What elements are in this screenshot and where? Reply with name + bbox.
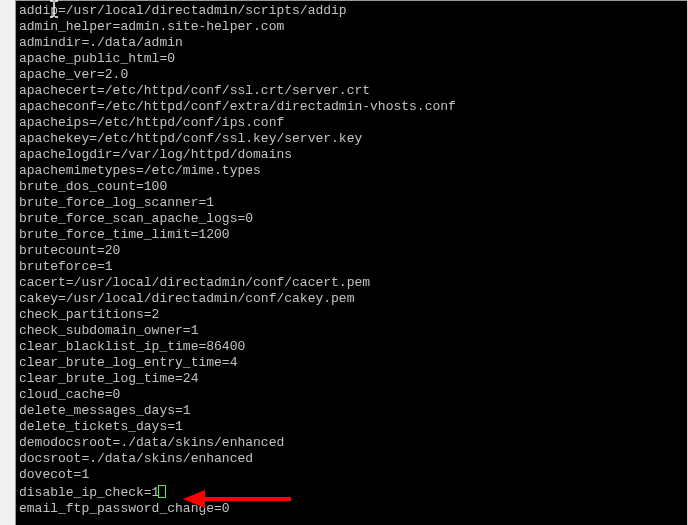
terminal-line: cakey=/usr/local/directadmin/conf/cakey.… (19, 291, 687, 307)
terminal-line: apachekey=/etc/httpd/conf/ssl.key/server… (19, 131, 687, 147)
terminal-output: addip=/usr/local/directadmin/scripts/add… (19, 3, 687, 517)
terminal-line: brutecount=20 (19, 243, 687, 259)
terminal-line: brute_force_scan_apache_logs=0 (19, 211, 687, 227)
terminal-line: delete_tickets_days=1 (19, 419, 687, 435)
terminal-line: brute_force_log_scanner=1 (19, 195, 687, 211)
terminal-line: dovecot=1 (19, 467, 687, 483)
terminal-line: demodocsroot=./data/skins/enhanced (19, 435, 687, 451)
terminal-line: apacheips=/etc/httpd/conf/ips.conf (19, 115, 687, 131)
terminal-line: email_ftp_password_change=0 (19, 501, 687, 517)
terminal-line: bruteforce=1 (19, 259, 687, 275)
terminal-line: apachecert=/etc/httpd/conf/ssl.crt/serve… (19, 83, 687, 99)
terminal-line: apachelogdir=/var/log/httpd/domains (19, 147, 687, 163)
terminal-line: delete_messages_days=1 (19, 403, 687, 419)
terminal-line: brute_dos_count=100 (19, 179, 687, 195)
terminal-line: clear_brute_log_time=24 (19, 371, 687, 387)
terminal-line: disable_ip_check=1 (19, 483, 687, 501)
terminal-cursor (158, 485, 166, 498)
terminal-line: clear_blacklist_ip_time=86400 (19, 339, 687, 355)
window-left-edge (0, 0, 15, 525)
terminal-line: docsroot=./data/skins/enhanced (19, 451, 687, 467)
terminal-window[interactable]: addip=/usr/local/directadmin/scripts/add… (15, 0, 687, 525)
terminal-line: brute_force_time_limit=1200 (19, 227, 687, 243)
terminal-line: admin_helper=admin.site-helper.com (19, 19, 687, 35)
terminal-line: apacheconf=/etc/httpd/conf/extra/directa… (19, 99, 687, 115)
terminal-line: apache_public_html=0 (19, 51, 687, 67)
terminal-line: check_partitions=2 (19, 307, 687, 323)
terminal-line: clear_brute_log_entry_time=4 (19, 355, 687, 371)
terminal-line: check_subdomain_owner=1 (19, 323, 687, 339)
terminal-line: addip=/usr/local/directadmin/scripts/add… (19, 3, 687, 19)
terminal-line: cacert=/usr/local/directadmin/conf/cacer… (19, 275, 687, 291)
terminal-line: apachemimetypes=/etc/mime.types (19, 163, 687, 179)
terminal-line: cloud_cache=0 (19, 387, 687, 403)
terminal-line: admindir=./data/admin (19, 35, 687, 51)
terminal-line: apache_ver=2.0 (19, 67, 687, 83)
